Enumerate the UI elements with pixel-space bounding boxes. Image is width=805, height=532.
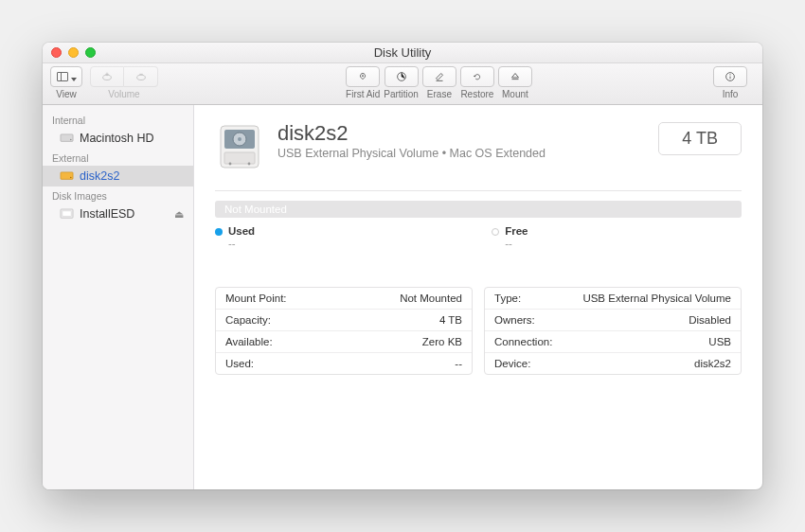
detail-value: Not Mounted xyxy=(400,293,462,304)
toolbar-view-group: View xyxy=(50,66,82,99)
details-grid: Mount Point: Not Mounted Capacity: 4 TB … xyxy=(215,287,742,375)
restore-label: Restore xyxy=(460,89,493,99)
erase-label: Erase xyxy=(427,89,452,99)
capacity-badge: 4 TB xyxy=(658,122,742,155)
sidebar-section-diskimages: Disk Images xyxy=(43,186,193,204)
volume-header: disk2s2 USB External Physical Volume • M… xyxy=(215,122,742,173)
detail-key: Capacity: xyxy=(225,314,271,326)
view-label: View xyxy=(56,89,77,99)
usage-used-value: -- xyxy=(228,238,255,249)
volume-title: disk2s2 xyxy=(277,122,645,145)
detail-key: Connection: xyxy=(494,336,552,347)
svg-rect-15 xyxy=(224,152,255,164)
sidebar-item-disk2s2[interactable]: disk2s2 xyxy=(43,166,193,186)
erase-button[interactable] xyxy=(422,66,456,87)
window-title: Disk Utility xyxy=(43,45,762,60)
sidebar-item-installesd[interactable]: InstallESD ⏏ xyxy=(43,204,193,224)
restore-button[interactable] xyxy=(460,66,494,87)
view-button[interactable] xyxy=(50,66,82,87)
usage-free-label: Free xyxy=(505,225,528,237)
main-panel: disk2s2 USB External Physical Volume • M… xyxy=(194,105,762,489)
partition-label: Partition xyxy=(384,89,419,99)
detail-key: Mount Point: xyxy=(225,293,287,304)
chevron-down-icon xyxy=(68,68,77,85)
usage-bar: Not Mounted xyxy=(215,201,742,218)
first-aid-icon xyxy=(356,70,369,83)
volume-label: Volume xyxy=(108,89,139,99)
usage-free: Free -- xyxy=(492,225,528,249)
free-dot-icon xyxy=(492,228,499,236)
toolbar-volume-group: Volume xyxy=(90,66,158,99)
svg-point-17 xyxy=(248,163,251,166)
svg-point-8 xyxy=(70,177,72,179)
first-aid-label: First Aid xyxy=(346,89,380,99)
detail-row: Owners: Disabled xyxy=(485,310,741,331)
info-button[interactable] xyxy=(713,66,747,87)
internal-disk-icon xyxy=(60,133,74,144)
mount-icon xyxy=(509,70,522,83)
svg-rect-7 xyxy=(61,172,73,180)
usage-free-value: -- xyxy=(505,238,528,249)
details-col-left: Mount Point: Not Mounted Capacity: 4 TB … xyxy=(215,287,473,375)
usage-legend: Used -- Free -- xyxy=(215,225,742,249)
sidebar-item-label: disk2s2 xyxy=(80,169,119,183)
volume-add-button[interactable] xyxy=(90,66,124,87)
sidebar-item-label: Macintosh HD xyxy=(80,132,154,145)
volume-icon xyxy=(215,122,264,173)
svg-point-1 xyxy=(136,75,145,80)
detail-key: Device: xyxy=(494,358,530,369)
svg-point-4 xyxy=(729,74,730,75)
usage-used-label: Used xyxy=(228,225,255,237)
info-icon xyxy=(724,70,737,83)
mount-label: Mount xyxy=(502,89,528,99)
app-window: Disk Utility View xyxy=(43,43,762,489)
restore-icon xyxy=(471,70,484,83)
sidebar-item-macintosh-hd[interactable]: Macintosh HD xyxy=(43,128,193,149)
toolbar: View Volume xyxy=(43,63,762,105)
svg-point-14 xyxy=(238,137,242,141)
detail-row: Capacity: 4 TB xyxy=(216,310,472,331)
detail-key: Used: xyxy=(225,358,254,369)
used-dot-icon xyxy=(215,228,223,236)
sidebar-section-internal: Internal xyxy=(43,111,193,128)
volume-remove-icon xyxy=(134,70,148,83)
sidebar: Internal Macintosh HD External disk2s2 D… xyxy=(43,105,194,489)
detail-value: 4 TB xyxy=(439,314,462,326)
partition-button[interactable] xyxy=(385,66,419,87)
erase-icon xyxy=(433,70,446,83)
detail-value: USB External Physical Volume xyxy=(582,293,731,304)
partition-icon xyxy=(395,70,408,83)
info-label: Info xyxy=(723,89,739,99)
detail-value: disk2s2 xyxy=(694,358,731,369)
volume-subtitle: USB External Physical Volume • Mac OS Ex… xyxy=(277,147,645,160)
details-col-right: Type: USB External Physical Volume Owner… xyxy=(484,287,742,375)
sidebar-toggle-icon xyxy=(57,72,68,81)
external-disk-icon xyxy=(60,170,74,182)
titlebar: Disk Utility xyxy=(43,43,762,63)
toolbar-info-group: Info xyxy=(713,66,747,99)
detail-key: Owners: xyxy=(494,314,535,326)
svg-rect-10 xyxy=(63,211,71,217)
detail-row: Used: -- xyxy=(216,353,472,374)
usage-bar-text: Not Mounted xyxy=(224,204,287,215)
first-aid-button[interactable] xyxy=(346,66,380,87)
disk-image-icon xyxy=(60,208,74,220)
detail-row: Mount Point: Not Mounted xyxy=(216,288,472,310)
detail-value: -- xyxy=(455,358,462,369)
svg-point-6 xyxy=(70,139,72,141)
sidebar-section-external: External xyxy=(43,149,193,166)
detail-value: Zero KB xyxy=(422,336,462,347)
divider xyxy=(215,190,742,191)
detail-row: Available: Zero KB xyxy=(216,331,472,353)
toolbar-center: First Aid Partition Erase xyxy=(346,66,533,99)
svg-rect-5 xyxy=(61,134,73,142)
eject-icon[interactable]: ⏏ xyxy=(174,208,184,221)
detail-row: Device: disk2s2 xyxy=(485,353,741,374)
detail-key: Available: xyxy=(225,336,273,347)
mount-button[interactable] xyxy=(498,66,532,87)
volume-remove-button[interactable] xyxy=(124,66,158,87)
svg-point-16 xyxy=(229,163,232,166)
detail-value: Disabled xyxy=(689,314,731,326)
sidebar-item-label: InstallESD xyxy=(80,207,134,221)
detail-row: Connection: USB xyxy=(485,331,741,353)
